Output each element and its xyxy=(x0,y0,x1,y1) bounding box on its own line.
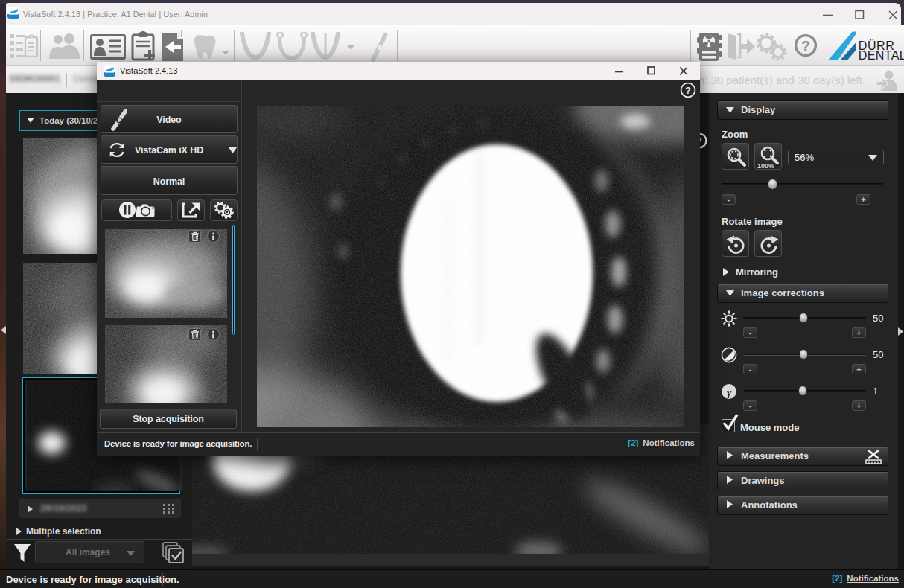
svg-text:?: ? xyxy=(801,38,810,54)
svg-text:100%: 100% xyxy=(757,162,774,170)
svg-text:γ: γ xyxy=(727,386,732,398)
svg-text:DENTAL: DENTAL xyxy=(859,49,904,62)
svg-text:?: ? xyxy=(685,85,691,96)
